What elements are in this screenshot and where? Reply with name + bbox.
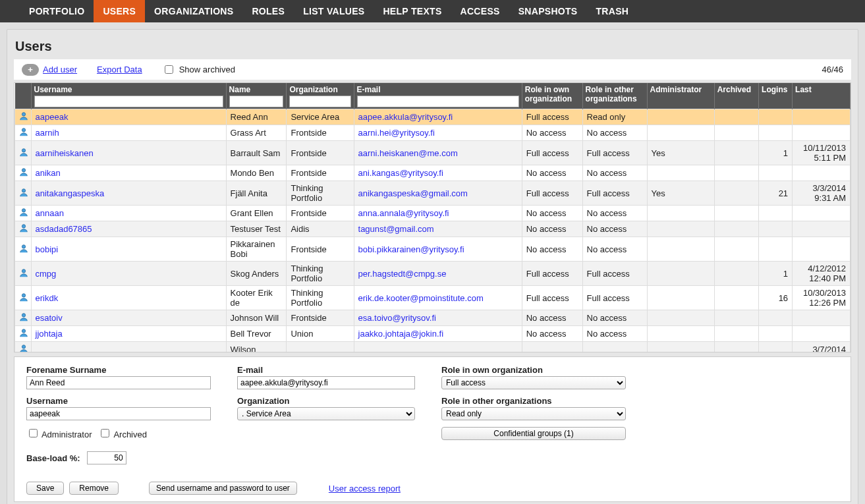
col-admin[interactable]: Administrator [647,83,714,109]
col-name[interactable]: Name [226,83,287,109]
nav-item-users[interactable]: USERS [94,0,145,22]
nav-item-roles[interactable]: ROLES [242,0,294,22]
role-own-select[interactable]: Full access [441,376,626,389]
cell-last: 3/3/2014 9:31 AM [793,181,851,206]
table-row[interactable]: esatoivJohnson WillFrontsideesa.toivo@yr… [15,310,851,326]
table-row[interactable]: erikdkKooter Erik deThinking Portfolioer… [15,286,851,310]
filter-email[interactable] [357,96,519,107]
cell-archived [714,286,758,310]
filter-username[interactable] [34,96,223,107]
col-archived[interactable]: Archived [714,83,758,109]
archived-checkbox[interactable] [101,429,109,437]
confidential-groups-button[interactable]: Confidential groups (1) [441,427,626,440]
email-link[interactable]: bobi.pikkarainen@yritysoy.fi [358,244,464,254]
cell-org: Union [287,326,354,342]
username-link[interactable]: cmpg [36,269,57,279]
remove-button[interactable]: Remove [69,482,119,495]
email-link[interactable]: aapee.akkula@yritysoy.fi [358,112,453,122]
administrator-checkbox[interactable] [29,429,38,437]
table-row[interactable]: jjohtajaBell TrevorUnionjaakko.johtaja@j… [15,326,851,342]
nav-item-organizations[interactable]: ORGANIZATIONS [145,0,242,22]
nav-item-list-values[interactable]: LIST VALUES [294,0,374,22]
email-link[interactable]: tagunst@gmail.com [358,224,434,234]
add-user-link[interactable]: Add user [43,65,77,74]
user-detail-panel: Forename Surname Username Administrator … [14,356,851,502]
cell-logins [759,165,793,181]
col-username[interactable]: Username [31,83,226,109]
role-other-select[interactable]: Read only [441,407,626,420]
nav-item-portfolio[interactable]: PORTFOLIO [20,0,94,22]
cell-org: Thinking Portfolio [287,181,354,206]
username-link[interactable]: jjohtaja [36,329,63,339]
table-row[interactable]: anikanMondo BenFrontsideani.kangas@yrity… [15,165,851,181]
username-link[interactable]: aarnih [36,128,59,138]
col-role-other[interactable]: Role in other organizations [582,83,647,109]
table-row[interactable]: aapeeakReed AnnService Areaaapee.akkula@… [15,109,851,125]
email-link[interactable]: per.hagstedt@cmpg.se [358,269,447,279]
col-logins[interactable]: Logins [759,83,793,109]
username-link[interactable]: anikan [36,168,61,178]
username-link[interactable]: anitakangaspeska [36,188,105,198]
col-role-own[interactable]: Role in own organization [522,83,582,109]
user-icon [19,312,28,322]
cell-org: Frontside [287,141,354,165]
username-link[interactable]: erikdk [36,293,59,303]
baseload-field[interactable] [87,451,126,464]
show-archived-checkbox[interactable] [165,65,173,74]
table-row[interactable]: Wilson3/7/2014 [15,342,851,353]
export-data-link[interactable]: Export Data [97,65,142,74]
filter-name[interactable] [229,96,284,107]
username-field[interactable] [26,407,211,420]
cell-logins [759,125,793,141]
email-field[interactable] [237,376,415,389]
filter-organization[interactable] [289,96,350,107]
email-link[interactable]: anikangaspeska@gmail.com [358,188,468,198]
email-link[interactable]: esa.toivo@yritysov.fi [358,313,436,323]
organization-select[interactable]: . Service Area [237,407,415,420]
table-row[interactable]: aarniheiskanenBarrault SamFrontsideaarni… [15,141,851,165]
email-link[interactable]: jaakko.johtaja@jokin.fi [358,329,444,339]
username-link[interactable]: aapeeak [36,112,69,122]
table-row[interactable]: cmpgSkog AndersThinking Portfolioper.hag… [15,262,851,286]
cell-org: Frontside [287,125,354,141]
forename-field[interactable] [26,376,211,389]
table-row[interactable]: annaanGrant EllenFrontsideanna.annala@yr… [15,206,851,221]
nav-item-trash[interactable]: TRASH [587,0,638,22]
nav-item-access[interactable]: ACCESS [451,0,509,22]
add-icon[interactable]: + [22,64,39,76]
username-link[interactable]: esatoiv [36,313,63,323]
administrator-toggle[interactable]: Administrator [26,427,92,439]
nav-item-snapshots[interactable]: SNAPSHOTS [509,0,587,22]
email-link[interactable]: aarni.hei@yritysoy.fi [358,128,435,138]
cell-admin [647,221,714,237]
show-archived-toggle[interactable]: Show archived [162,63,235,76]
email-link[interactable]: erik.de.kooter@pmoinstitute.com [358,293,484,303]
page: Users + Add user Export Data Show archiv… [7,29,858,504]
username-link[interactable]: aarniheiskanen [36,148,94,158]
table-row[interactable]: aarnihGrass ArtFrontsideaarni.hei@yritys… [15,125,851,141]
cell-role-other: No access [582,165,647,181]
user-icon [19,111,28,121]
send-credentials-button[interactable]: Send username and password to user [149,482,297,495]
users-table-wrap: Username Name Organization E-mail Role i… [14,82,851,352]
username-link[interactable]: asdadad67865 [36,224,92,234]
col-organization[interactable]: Organization [287,83,354,109]
cell-admin [647,286,714,310]
email-link[interactable]: aarni.heiskanen@me.com [358,148,458,158]
table-row[interactable]: bobipiPikkarainen BobiFrontsidebobi.pikk… [15,237,851,262]
archived-toggle[interactable]: Archived [98,427,146,439]
col-last[interactable]: Last [793,83,851,109]
nav-item-help-texts[interactable]: HELP TEXTS [374,0,451,22]
cell-role-own: No access [522,326,582,342]
email-link[interactable]: ani.kangas@yritysoy.fi [358,168,443,178]
user-access-report-link[interactable]: User access report [329,484,401,493]
username-link[interactable]: annaan [36,208,64,218]
save-button[interactable]: Save [26,482,64,495]
cell-logins [759,221,793,237]
email-link[interactable]: anna.annala@yritysoy.fi [358,208,449,218]
cell-admin [647,326,714,342]
col-email[interactable]: E-mail [354,83,522,109]
table-row[interactable]: anitakangaspeskaFjäll AnitaThinking Port… [15,181,851,206]
username-link[interactable]: bobipi [36,244,59,254]
table-row[interactable]: asdadad67865Testuser TestAidistagunst@gm… [15,221,851,237]
